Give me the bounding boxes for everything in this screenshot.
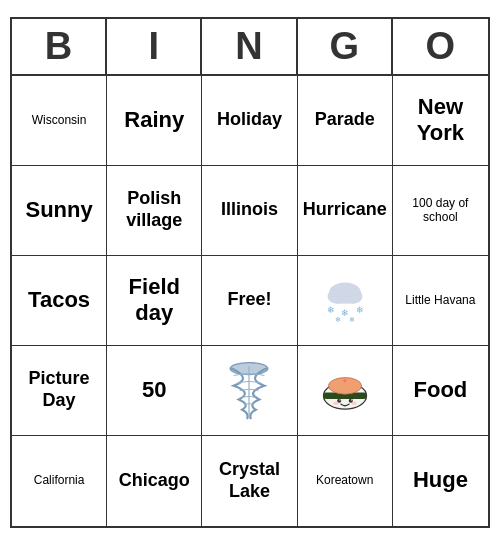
tornado-icon: [222, 360, 276, 420]
sushi-icon: ♥: [316, 361, 374, 419]
bingo-header: B I N G O: [12, 19, 488, 76]
cell-text: Hurricane: [303, 199, 387, 221]
cell-r4c3[interactable]: [202, 346, 297, 436]
cell-text: Illinois: [221, 199, 278, 221]
cell-r4c1[interactable]: Picture Day: [12, 346, 107, 436]
cell-text: Huge: [413, 467, 468, 493]
cell-text: Chicago: [119, 470, 190, 492]
cell-r2c4[interactable]: Hurricane: [298, 166, 393, 256]
svg-text:♥: ♥: [343, 377, 347, 384]
cell-text: Picture Day: [16, 368, 102, 411]
cell-r2c3[interactable]: Illinois: [202, 166, 297, 256]
cell-text: Wisconsin: [32, 113, 87, 127]
cell-r5c4[interactable]: Koreatown: [298, 436, 393, 526]
svg-text:❄: ❄: [349, 315, 355, 324]
cell-r1c5[interactable]: New York: [393, 76, 488, 166]
cell-text: New York: [397, 94, 484, 147]
svg-text:❄: ❄: [341, 308, 349, 318]
cell-text: Field day: [111, 274, 197, 327]
cell-text: Parade: [315, 109, 375, 131]
header-o: O: [393, 19, 488, 74]
cell-r3c4[interactable]: ❄ ❄ ❄ ❄ ❄: [298, 256, 393, 346]
header-b: B: [12, 19, 107, 74]
cell-r2c5[interactable]: 100 day of school: [393, 166, 488, 256]
cell-text: Rainy: [124, 107, 184, 133]
cell-r1c1[interactable]: Wisconsin: [12, 76, 107, 166]
cell-text: Food: [414, 377, 468, 403]
svg-text:❄: ❄: [355, 305, 363, 315]
svg-point-21: [333, 402, 338, 405]
cell-r4c5[interactable]: Food: [393, 346, 488, 436]
cell-text: Little Havana: [405, 293, 475, 307]
svg-text:❄: ❄: [334, 315, 340, 324]
cell-r3c5[interactable]: Little Havana: [393, 256, 488, 346]
header-i: I: [107, 19, 202, 74]
cell-r4c2[interactable]: 50: [107, 346, 202, 436]
svg-point-19: [339, 399, 340, 400]
cell-text: Free!: [227, 289, 271, 311]
cell-text: 100 day of school: [397, 196, 484, 225]
cell-r5c2[interactable]: Chicago: [107, 436, 202, 526]
cell-r1c2[interactable]: Rainy: [107, 76, 202, 166]
svg-text:❄: ❄: [326, 305, 334, 315]
cell-r2c1[interactable]: Sunny: [12, 166, 107, 256]
cell-text: Polish village: [111, 188, 197, 231]
cell-r3c3[interactable]: Free!: [202, 256, 297, 346]
cell-r1c3[interactable]: Holiday: [202, 76, 297, 166]
cell-text: Holiday: [217, 109, 282, 131]
cell-text: 50: [142, 377, 166, 403]
header-g: G: [298, 19, 393, 74]
bingo-card: B I N G O Wisconsin Rainy Holiday Parade…: [10, 17, 490, 528]
bingo-grid: Wisconsin Rainy Holiday Parade New York …: [12, 76, 488, 526]
cell-r3c2[interactable]: Field day: [107, 256, 202, 346]
cell-r5c1[interactable]: California: [12, 436, 107, 526]
svg-point-22: [351, 402, 356, 405]
cell-r2c2[interactable]: Polish village: [107, 166, 202, 256]
cell-r4c4[interactable]: ♥: [298, 346, 393, 436]
svg-rect-3: [336, 296, 353, 303]
snow-cloud-icon: ❄ ❄ ❄ ❄ ❄: [316, 271, 374, 329]
cell-text: California: [34, 473, 85, 487]
cell-r3c1[interactable]: Tacos: [12, 256, 107, 346]
svg-point-20: [351, 399, 352, 400]
cell-text: Sunny: [25, 197, 92, 223]
cell-text: Tacos: [28, 287, 90, 313]
cell-r1c4[interactable]: Parade: [298, 76, 393, 166]
cell-r5c5[interactable]: Huge: [393, 436, 488, 526]
cell-text: Koreatown: [316, 473, 373, 487]
header-n: N: [202, 19, 297, 74]
cell-r5c3[interactable]: Crystal Lake: [202, 436, 297, 526]
cell-text: Crystal Lake: [206, 459, 292, 502]
